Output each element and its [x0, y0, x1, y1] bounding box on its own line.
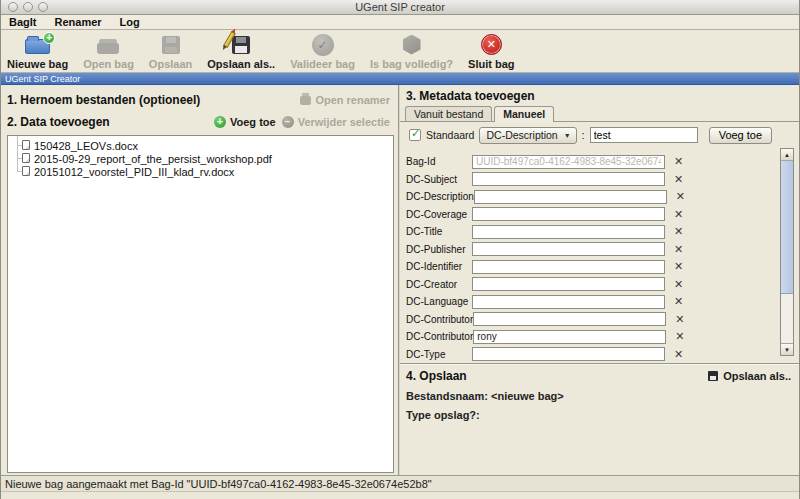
metadata-field-label: DC-Subject: [406, 174, 472, 185]
bag-complete-button: Is bag volledig?: [370, 33, 453, 70]
menu-bagit[interactable]: BagIt: [9, 16, 37, 28]
validate-check-icon: ✓: [312, 33, 334, 56]
file-tree-item[interactable]: 2015-09-29_report_of_the_persist_worksho…: [12, 152, 393, 165]
metadata-field-input[interactable]: [472, 172, 665, 186]
close-window-button[interactable]: [8, 2, 18, 12]
file-tree-item[interactable]: 150428_LEOVs.docx: [12, 139, 393, 152]
add-data-button[interactable]: + Voeg toe: [214, 116, 276, 128]
metadata-field-input[interactable]: [473, 312, 666, 326]
remove-field-button[interactable]: ✕: [674, 296, 683, 307]
file-icon: [22, 166, 30, 176]
save-section-title: 4. Opslaan: [406, 369, 467, 383]
remove-field-button[interactable]: ✕: [676, 191, 685, 202]
metadata-field-label: DC-Contributor: [406, 331, 473, 342]
metadata-field-input[interactable]: [472, 155, 665, 169]
remove-field-button[interactable]: ✕: [674, 209, 683, 220]
add-icon: +: [214, 116, 226, 128]
validate-bag-button: ✓ Valideer bag: [290, 33, 355, 70]
storage-type-label: Type opslag?:: [406, 409, 480, 421]
metadata-field-input[interactable]: [472, 347, 665, 361]
metadata-field-input[interactable]: [472, 242, 665, 256]
remove-field-button[interactable]: ✕: [674, 244, 683, 255]
metadata-field-row: DC-Publisher ✕: [406, 241, 799, 259]
bag-complete-cube-icon: [403, 33, 421, 56]
metadata-field-row: DC-Subject ✕: [406, 171, 799, 189]
metadata-field-row: DC-Title ✕: [406, 223, 799, 241]
metadata-field-row: DC-Contributor ✕: [406, 311, 799, 329]
file-tree-item[interactable]: 20151012_voorstel_PID_III_klad_rv.docx: [12, 165, 393, 178]
metadata-field-label: DC-Creator: [406, 279, 472, 290]
scroll-up-icon[interactable]: ▲: [781, 149, 793, 161]
metadata-field-input[interactable]: [472, 260, 665, 274]
filename-label: Bestandsnaam:: [406, 390, 488, 402]
plus-badge-icon: +: [43, 32, 55, 44]
metadata-field-row: DC-Type ✕: [406, 346, 799, 364]
menu-log[interactable]: Log: [120, 16, 140, 28]
field-type-select[interactable]: DC-Description ▼: [479, 127, 576, 144]
window-bottom-edge: [1, 491, 799, 499]
new-bag-button[interactable]: + Nieuwe bag: [7, 33, 68, 70]
open-bag-button: Open bag: [83, 33, 134, 70]
remove-field-button[interactable]: ✕: [675, 331, 684, 342]
save-floppy-icon: [162, 33, 180, 56]
storage-type-line: Type opslag?:: [406, 409, 791, 421]
metadata-field-input[interactable]: [472, 225, 665, 239]
form-scrollbar[interactable]: ▲ ▼: [780, 148, 794, 356]
metadata-add-row: ✓ Standaard DC-Description ▼ : Voeg toe: [400, 122, 799, 148]
save-button: Opslaan: [149, 33, 192, 70]
metadata-field-label: DC-Identifier: [406, 261, 472, 272]
remove-field-button[interactable]: ✕: [674, 349, 683, 360]
metadata-field-label: DC-Publisher: [406, 244, 472, 255]
title-bar: UGent SIP creator: [1, 0, 799, 15]
data-section-title: 2. Data toevoegen: [7, 115, 110, 129]
scrollbar-thumb[interactable]: [781, 161, 793, 294]
file-tree[interactable]: 150428_LEOVs.docx 2015-09-29_report_of_t…: [7, 135, 394, 473]
window-controls: [8, 2, 48, 12]
metadata-field-input[interactable]: [474, 190, 667, 204]
close-bag-button[interactable]: ✕ Sluit bag: [468, 33, 514, 70]
metadata-field-input[interactable]: [473, 330, 666, 344]
remove-field-button[interactable]: ✕: [674, 279, 683, 290]
metadata-form: Bag-Id ✕ DC-Subject ✕ DC-Description: [400, 148, 799, 363]
save-as-floppy-pencil-icon: [232, 33, 250, 56]
tab-manueel[interactable]: Manueel: [494, 106, 554, 122]
file-name: 20151012_voorstel_PID_III_klad_rv.docx: [34, 166, 234, 178]
metadata-field-row: DC-Contributor ✕: [406, 328, 799, 346]
checkbox-check-icon: ✓: [411, 127, 420, 140]
metadata-field-label: DC-Language: [406, 296, 472, 307]
open-renamer-button: Open renamer: [300, 94, 390, 106]
metadata-field-label: DC-Contributor: [406, 314, 473, 325]
metadata-value-input[interactable]: [590, 127, 698, 143]
rename-section-title: 1. Hernoem bestanden (optioneel): [7, 93, 200, 107]
scroll-down-icon[interactable]: ▼: [781, 343, 793, 355]
save-section: 4. Opslaan Opslaan als.. Bestandsnaam: <…: [400, 365, 799, 475]
remove-field-button[interactable]: ✕: [674, 156, 683, 167]
remove-field-button[interactable]: ✕: [674, 226, 683, 237]
new-bag-folder-icon: +: [25, 33, 50, 56]
app-window: UGent SIP creator BagIt Renamer Log + Ni…: [0, 0, 800, 499]
remove-field-button[interactable]: ✕: [674, 174, 683, 185]
remove-selection-button: − Verwijder selectie: [282, 116, 390, 128]
metadata-field-input[interactable]: [472, 207, 665, 221]
minimize-window-button[interactable]: [23, 2, 33, 12]
save-as-button[interactable]: Opslaan als..: [207, 33, 275, 70]
standard-checkbox[interactable]: ✓: [409, 129, 421, 141]
remove-field-button[interactable]: ✕: [674, 261, 683, 272]
metadata-field-input[interactable]: [472, 277, 665, 291]
menu-renamer[interactable]: Renamer: [55, 16, 102, 28]
toolbar: + Nieuwe bag Open bag Opslaan Opslaan al…: [1, 30, 799, 73]
zoom-window-button[interactable]: [38, 2, 48, 12]
internal-frame-title: UGent SIP Creator: [1, 73, 799, 85]
metadata-section-title: 3. Metadata toevoegen: [406, 89, 535, 103]
add-metadata-button[interactable]: Voeg toe: [709, 127, 772, 144]
metadata-field-row: DC-Identifier ✕: [406, 258, 799, 276]
standard-checkbox-label: Standaard: [426, 129, 474, 141]
metadata-field-label: DC-Description: [406, 191, 474, 202]
metadata-field-input[interactable]: [472, 295, 665, 309]
remove-field-button[interactable]: ✕: [675, 314, 684, 325]
metadata-field-label: DC-Coverage: [406, 209, 472, 220]
status-bar: Nieuwe bag aangemaakt met Bag-Id "UUID-b…: [1, 475, 799, 491]
tab-vanuit-bestand[interactable]: Vanuit bestand: [405, 106, 492, 121]
remove-icon: −: [282, 116, 294, 128]
save-as-link-button[interactable]: Opslaan als..: [708, 370, 791, 382]
